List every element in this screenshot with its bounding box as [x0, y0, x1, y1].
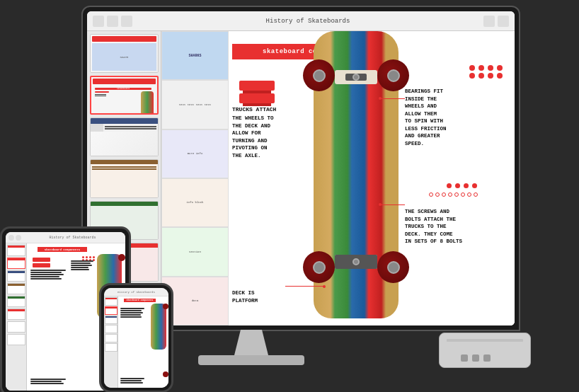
screws-dots-row1	[447, 183, 479, 188]
screw-line-1	[429, 192, 433, 197]
ipad-screws-text	[30, 378, 69, 385]
iphone-toolbar-title: History of Skateboards	[117, 291, 155, 294]
screw-line-5	[454, 192, 459, 197]
slide-left-thumbs: SHARKS text text text text more info inf…	[161, 31, 229, 325]
truck-shape-top	[239, 81, 275, 91]
iphone-thumb-1[interactable]	[105, 297, 117, 306]
slide-thumb-1[interactable]: SKATE	[90, 34, 159, 73]
bearings-connector-dot	[379, 97, 382, 100]
ipad-toolbar-dot-1	[8, 235, 14, 241]
mac-mini-port-3	[483, 354, 491, 362]
keynote-toolbar: History of Skateboards	[87, 11, 515, 31]
skate-wheel-tr	[377, 59, 409, 91]
slide-thumb-4[interactable]	[90, 159, 159, 198]
ipad-dot-3	[89, 256, 91, 258]
bearing-dot-5	[469, 73, 475, 79]
bearing-dot-2	[478, 65, 484, 71]
ipad-bearings-text	[71, 260, 96, 271]
ipad-thumb-5[interactable]	[7, 296, 25, 307]
iphone-slide-title: skateboard components	[124, 299, 156, 302]
ipad-thumb-7[interactable]	[7, 321, 25, 333]
left-thumb-1: SHARKS	[161, 31, 229, 80]
ipad-slide-title: skateboard components	[38, 247, 87, 252]
ipad-dot-4	[93, 256, 95, 258]
iphone-thumb-6[interactable]	[105, 343, 117, 352]
monitor-stand	[234, 330, 269, 358]
ipad-truck-icon-top	[33, 258, 50, 262]
bearing-dot-4	[497, 65, 503, 71]
toolbar-btn-play[interactable]	[498, 16, 509, 27]
skate-truck-bottom	[335, 255, 377, 269]
slide-main: SHARKS text text text text more info inf…	[161, 31, 515, 325]
ipad-toolbar-dot-2	[16, 235, 21, 241]
left-thumb-3: more info	[161, 129, 229, 178]
ipad-thumb-1[interactable]	[7, 245, 25, 256]
deck-text: DECK ISPLATFORM	[232, 289, 258, 304]
bearing-dot-7	[488, 73, 493, 79]
iphone-thumb-5[interactable]	[105, 334, 117, 342]
iphone-screen: History of Skateboards skateboard compon…	[104, 288, 168, 388]
skate-wheel-br	[377, 251, 409, 283]
ipad-thumb-4[interactable]	[7, 283, 25, 294]
ipad-sidebar	[6, 243, 27, 391]
monitor-base	[198, 355, 304, 365]
skate-wheel-bl	[303, 251, 335, 283]
truck-icon	[239, 81, 275, 103]
iphone-toolbar: History of Skateboards	[104, 288, 168, 296]
screw-line-8	[474, 192, 478, 197]
bearings-connector-line	[380, 98, 405, 99]
ipad-thumb-6[interactable]	[7, 309, 25, 320]
iphone-trucks-text	[120, 305, 147, 318]
toolbar-btn-fwd[interactable]	[107, 16, 118, 27]
iphone-thumb-2[interactable]	[105, 306, 117, 315]
left-thumb-5: section	[161, 227, 229, 276]
ipad-wheel-tl	[118, 254, 125, 261]
mac-mini-top-vent	[447, 339, 523, 342]
mac-mini	[439, 333, 531, 368]
ipad-dot-2	[86, 256, 88, 258]
keynote-body: SKATE skateboard	[87, 31, 515, 325]
screw-dot-1	[447, 183, 452, 188]
skate-deck	[314, 31, 399, 318]
bearings-text: BEARINGS FITINSIDE THEWHEELS ANDALLOW TH…	[405, 88, 508, 147]
screw-line-3	[442, 192, 446, 197]
screw-dot-2	[455, 183, 460, 188]
screw-line-7	[467, 192, 471, 197]
mac-mini-ports	[461, 354, 491, 362]
iphone-wheel-tl	[163, 304, 168, 309]
monitor-screen: History of Skateboards SKATE	[87, 11, 515, 325]
ipad-dot-1	[82, 256, 84, 258]
iphone-thumb-4[interactable]	[105, 325, 117, 333]
screw-dot-4	[472, 183, 477, 188]
bearing-dot-3	[488, 65, 493, 71]
bearing-dot-6	[478, 73, 484, 79]
mac-mini-port-2	[472, 354, 479, 362]
bearing-dot-1	[469, 65, 475, 71]
ipad-truck-icon-bottom	[33, 263, 50, 267]
slide-content: SHARKS text text text text more info inf…	[161, 31, 515, 325]
iphone-thumb-3[interactable]	[105, 316, 117, 324]
deck-connector-dot	[323, 285, 326, 288]
slide-thumb-3[interactable]	[90, 117, 159, 156]
screw-line-2	[435, 192, 440, 197]
left-thumb-2: text text text text	[161, 80, 229, 129]
iphone-wheel-bl	[163, 371, 168, 377]
skate-truck-top	[335, 70, 377, 84]
toolbar-btn-share[interactable]	[483, 16, 495, 27]
toolbar-btn-view[interactable]	[121, 16, 132, 27]
iphone-sidebar	[104, 296, 118, 388]
skate-wheel-tl	[303, 59, 335, 91]
iphone-skate-deck	[151, 304, 166, 350]
slide-thumb-2[interactable]: skateboard	[90, 76, 159, 115]
bearing-dot-8	[497, 73, 503, 79]
bearings-dots	[469, 65, 504, 79]
ipad-thumb-2[interactable]	[7, 258, 25, 269]
ipad-toolbar-title: History of Skateboards	[49, 236, 96, 240]
iphone-bottom-text	[120, 378, 147, 384]
monitor: History of Skateboards SKATE	[81, 6, 520, 331]
ipad-thumb-3[interactable]	[7, 270, 25, 282]
toolbar-btn-back[interactable]	[93, 16, 104, 27]
ipad-thumb-8[interactable]	[7, 334, 25, 345]
truck-shape-bottom	[239, 93, 275, 103]
screws-connector-line	[380, 204, 405, 205]
